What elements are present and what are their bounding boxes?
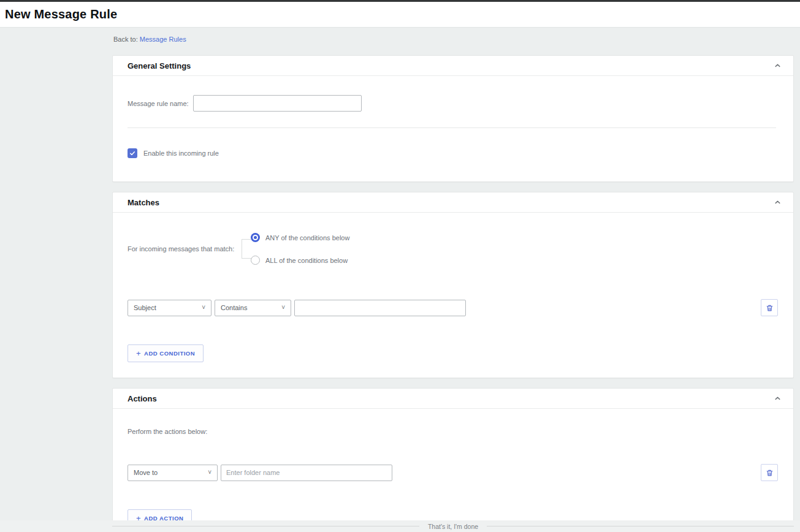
actions-body: Perform the actions below: Move to ˅ + A… — [113, 428, 793, 532]
match-type-label: For incoming messages that match: — [128, 245, 242, 253]
action-type-value: Move to — [134, 469, 158, 476]
plus-icon: + — [136, 351, 141, 356]
divider-line — [487, 526, 794, 526]
checkmark-icon — [129, 150, 135, 156]
divider-line — [112, 526, 419, 526]
chevron-up-icon[interactable] — [774, 395, 781, 402]
radio-option-any[interactable]: ANY of the conditions below — [251, 233, 349, 242]
match-type-row: For incoming messages that match: ANY of… — [128, 232, 793, 266]
radio-selected-icon — [251, 233, 260, 242]
page-title: New Message Rule — [5, 7, 117, 21]
add-condition-label: ADD CONDITION — [144, 350, 195, 357]
back-to-label: Back to: — [113, 36, 138, 43]
folder-name-input[interactable] — [221, 465, 392, 481]
matches-header: Matches — [113, 192, 793, 213]
radio-unselected-icon — [251, 256, 260, 265]
chevron-down-icon: ˅ — [281, 305, 285, 311]
condition-field-select[interactable]: Subject ˅ — [128, 300, 211, 316]
add-condition-button[interactable]: + ADD CONDITION — [128, 344, 204, 362]
actions-title: Actions — [128, 394, 157, 403]
condition-row: Subject ˅ Contains ˅ — [113, 299, 793, 316]
radio-any-label: ANY of the conditions below — [265, 234, 349, 241]
app-header: New Message Rule — [0, 2, 800, 28]
matches-card: Matches For incoming messages that match… — [112, 192, 794, 378]
actions-card: Actions Perform the actions below: Move … — [112, 388, 794, 532]
perform-actions-label: Perform the actions below: — [128, 428, 793, 435]
chevron-up-icon[interactable] — [774, 199, 781, 206]
delete-action-button[interactable] — [761, 464, 778, 481]
matches-title: Matches — [128, 198, 159, 207]
general-settings-header: General Settings — [113, 56, 793, 76]
condition-field-value: Subject — [134, 304, 156, 311]
general-settings-body: Message rule name: Enable this incoming … — [113, 95, 793, 181]
breadcrumb: Back to: Message Rules — [112, 28, 794, 45]
done-button[interactable]: That's it, I'm done — [112, 520, 794, 532]
radio-option-all[interactable]: ALL of the conditions below — [251, 256, 348, 265]
enable-rule-label: Enable this incoming rule — [143, 150, 219, 157]
back-to-message-rules-link[interactable]: Message Rules — [140, 36, 186, 43]
radio-all-label: ALL of the conditions below — [265, 257, 348, 264]
rule-name-input[interactable] — [193, 95, 362, 112]
trash-icon — [766, 304, 774, 312]
trash-icon — [766, 469, 774, 477]
match-type-radio-group: ANY of the conditions below ALL of the c… — [242, 232, 425, 266]
chevron-down-icon: ˅ — [202, 305, 205, 311]
general-settings-title: General Settings — [128, 61, 191, 70]
condition-operator-value: Contains — [221, 304, 247, 311]
matches-body: For incoming messages that match: ANY of… — [113, 232, 793, 378]
main-content: Back to: Message Rules General Settings … — [112, 28, 794, 532]
condition-value-input[interactable] — [294, 300, 466, 316]
general-settings-card: General Settings Message rule name: Enab… — [112, 55, 794, 182]
chevron-up-icon[interactable] — [774, 63, 781, 69]
done-label: That's it, I'm done — [428, 523, 478, 530]
rule-name-row: Message rule name: — [128, 95, 793, 112]
action-row: Move to ˅ — [113, 464, 793, 481]
delete-condition-button[interactable] — [761, 299, 778, 316]
enable-rule-checkbox[interactable] — [128, 148, 137, 158]
action-type-select[interactable]: Move to ˅ — [128, 465, 218, 481]
actions-header: Actions — [113, 389, 793, 409]
enable-rule-row: Enable this incoming rule — [128, 148, 793, 181]
rule-name-label: Message rule name: — [128, 100, 189, 107]
section-divider — [128, 127, 776, 128]
done-footer-bar: That's it, I'm done — [0, 520, 800, 532]
condition-operator-select[interactable]: Contains ˅ — [215, 300, 291, 316]
chevron-down-icon: ˅ — [208, 469, 211, 476]
